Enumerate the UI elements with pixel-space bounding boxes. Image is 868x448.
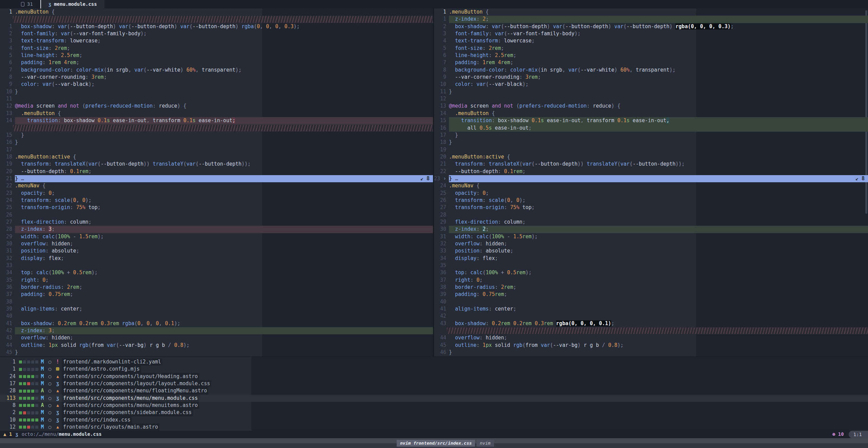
code-line[interactable]: 13 .menuButton { [0, 110, 433, 117]
code-line[interactable]: 14 .menuButton { [434, 110, 868, 117]
changed-file-row[interactable]: 8A○▲frontend/src/components/menu/menuite… [0, 402, 868, 409]
fold-bar[interactable]: } …↙ 8 [15, 175, 433, 182]
code-line[interactable]: 16 all 0.5s ease-in-out; [434, 125, 868, 132]
changed-file-row[interactable]: 28A○▲frontend/src/components/menu/floati… [0, 387, 868, 394]
changed-file-row[interactable]: 24M○▲frontend/src/components/layout/Head… [0, 373, 868, 380]
code-line[interactable]: 17 [0, 146, 433, 153]
code-line[interactable]: 27 transform-origin: 75% top; [434, 204, 868, 211]
code-line[interactable]: 32 display: flex; [0, 255, 433, 262]
code-line[interactable]: 21 transform: translateX(var(--button-de… [434, 161, 868, 168]
tmux-window-active[interactable]: nvim frontend/src/index.css [397, 440, 475, 447]
code-line[interactable]: 34 top: calc(100% + 0.5rem); [0, 269, 433, 276]
code-line[interactable]: 3 font-family: var(--var-font-family-bod… [434, 30, 868, 37]
code-line[interactable]: 45} [0, 349, 433, 356]
code-line[interactable]: 5 line-height: 2.5rem; [0, 52, 433, 59]
code-line[interactable]: 25 transform-origin: 75% top; [0, 204, 433, 211]
code-line[interactable]: 1 z-index: 2; [434, 16, 868, 23]
code-line[interactable]: 44 overflow: hidden; [434, 334, 868, 341]
code-line[interactable]: 28 [434, 211, 868, 219]
code-line[interactable]: 5 font-size: 2rem; [434, 45, 868, 52]
code-line[interactable]: 22 --button-depth: 0.1rem; [434, 168, 868, 175]
code-line[interactable]: 22.menuNav { [0, 182, 433, 189]
code-line[interactable]: 27 flex-direction: column; [0, 219, 433, 226]
code-line[interactable]: 11} [434, 88, 868, 95]
code-line[interactable]: 12@media screen and not (prefers-reduced… [0, 102, 433, 110]
fold-chevron-icon[interactable]: › [443, 175, 446, 182]
code-line[interactable]: 40 [434, 298, 868, 305]
tmux-window-idle[interactable]: nvim [476, 440, 494, 447]
code-line[interactable]: 38 [0, 298, 433, 305]
code-line[interactable]: 23 opacity: 0; [0, 190, 433, 197]
code-line[interactable]: 31 width: calc(100% - 1.5rem); [434, 233, 868, 240]
code-line[interactable]: 43 box-shadow: 0.2rem 0.2rem 0.3rem rgba… [434, 320, 868, 327]
code-line[interactable]: 37 right: 0; [434, 277, 868, 284]
fold-bar[interactable]: } …↙ 8 [449, 175, 868, 182]
code-line[interactable]: 42 z-index: 3; [0, 327, 433, 334]
code-line[interactable]: 31 position: absolute; [0, 247, 433, 255]
diff-pane-new[interactable]: 1.menuButton {1 z-index: 2;2 box-shadow:… [434, 8, 868, 356]
code-line[interactable]: 30 overflow: hidden; [0, 240, 433, 247]
code-line[interactable]: 43 overflow: hidden; [0, 334, 433, 341]
code-line[interactable]: 29 flex-direction: column; [434, 219, 868, 226]
code-line[interactable]: 1.menuButton { [434, 8, 868, 16]
code-line[interactable]: 32 overflow: hidden; [434, 240, 868, 247]
diff-filler-line[interactable] [434, 327, 868, 334]
code-line[interactable]: 35 right: 0; [0, 277, 433, 284]
code-line[interactable]: 36 top: calc(100% + 0.5rem); [434, 269, 868, 276]
code-line[interactable]: 34 display: flex; [434, 255, 868, 262]
code-line[interactable]: 19 [434, 146, 868, 153]
code-line[interactable]: 33 [0, 262, 433, 269]
folded-line[interactable]: 23 ›} …↙ 8 [434, 175, 868, 182]
code-line[interactable]: 20 --button-depth: 0.1rem; [0, 168, 433, 175]
tab-menu-module-css[interactable]: ʒ menu.module.css [40, 0, 104, 8]
code-line[interactable]: 7 padding: 1rem 4rem; [434, 59, 868, 66]
diff-pane-old[interactable]: 1.menuButton {1 box-shadow: var(--button… [0, 8, 433, 356]
code-line[interactable]: 13@media screen and not (prefers-reduced… [434, 102, 868, 110]
code-line[interactable]: 10} [0, 88, 433, 95]
code-line[interactable]: 9 --var-corner-rounding: 3rem; [434, 74, 868, 81]
code-line[interactable]: 2 box-shadow: var(--button-depth) var(--… [434, 23, 868, 30]
code-line[interactable]: 28 z-index: 3; [0, 226, 433, 233]
code-line[interactable]: 1 box-shadow: var(--button-depth) var(--… [0, 23, 433, 30]
code-line[interactable]: 42 [434, 313, 868, 320]
code-line[interactable]: 35 [434, 262, 868, 269]
code-line[interactable]: 3 text-transform: lowercase; [0, 37, 433, 44]
code-line[interactable]: 7 background-color: color-mix(in srgb, v… [0, 67, 433, 74]
code-line[interactable]: 24.menuNav { [434, 182, 868, 189]
changed-file-row[interactable]: 10M○ʒfrontend/src/index.css [0, 416, 868, 424]
changed-file-row[interactable]: 1M○frontend/astro.config.mjs [0, 366, 868, 373]
code-line[interactable]: 45 outline: 1px solid rgb(from var(--var… [434, 342, 868, 349]
code-line[interactable]: 2 font-family: var(--var-font-family-bod… [0, 30, 433, 37]
code-line[interactable]: 4 font-size: 2rem; [0, 45, 433, 52]
code-line[interactable]: 37 padding: 0.75rem; [0, 291, 433, 298]
code-line[interactable]: 8 --var-corner-rounding: 3rem; [0, 74, 433, 81]
code-line[interactable]: 19 transform: translateX(var(--button-de… [0, 161, 433, 168]
code-line[interactable]: 36 border-radius: 2rem; [0, 284, 433, 291]
code-line[interactable]: 9 color: var(--var-black); [0, 81, 433, 88]
code-line[interactable]: 44 outline: 1px solid rgb(from var(--var… [0, 342, 433, 349]
code-line[interactable]: 41 box-shadow: 0.2rem 0.2rem 0.3rem rgba… [0, 320, 433, 327]
changed-file-row[interactable]: 113M○ʒfrontend/src/components/menu/menu.… [0, 395, 868, 402]
code-line[interactable]: 14 transition: box-shadow 0.1s ease-in-o… [0, 117, 433, 124]
code-line[interactable]: 30 z-index: 2; [434, 226, 868, 233]
code-line[interactable]: 18} [434, 139, 868, 146]
code-line[interactable]: 10 color: var(--var-black); [434, 81, 868, 88]
code-line[interactable]: 26 transform: scale(0, 0); [434, 197, 868, 204]
changed-file-row[interactable]: 17M○ʒfrontend/src/components/layout/layo… [0, 380, 868, 387]
code-line[interactable]: 6 padding: 1rem 4rem; [0, 59, 433, 66]
code-line[interactable]: 1.menuButton { [0, 8, 433, 16]
code-line[interactable]: 25 opacity: 0; [434, 190, 868, 197]
code-line[interactable]: 11 [0, 95, 433, 102]
code-line[interactable]: 41 align-items: center; [434, 305, 868, 313]
changed-file-row[interactable]: 1M○!frontend/.markdownlint-cli2.yaml [0, 358, 868, 366]
folded-line[interactable]: 21} …↙ 8 [0, 175, 433, 182]
diff-filler-line[interactable] [0, 125, 433, 132]
diff-filler-line[interactable] [0, 16, 433, 23]
code-line[interactable]: 8 background-color: color-mix(in srgb, v… [434, 67, 868, 74]
code-line[interactable]: 6 line-height: 2.5rem; [434, 52, 868, 59]
code-line[interactable]: 18.menuButton:active { [0, 153, 433, 161]
code-line[interactable]: 15 transition: box-shadow 0.1s ease-in-o… [434, 117, 868, 124]
code-line[interactable]: 4 text-transform: lowercase; [434, 37, 868, 44]
code-line[interactable]: 40 [0, 313, 433, 320]
code-line[interactable]: 39 padding: 0.75rem; [434, 291, 868, 298]
